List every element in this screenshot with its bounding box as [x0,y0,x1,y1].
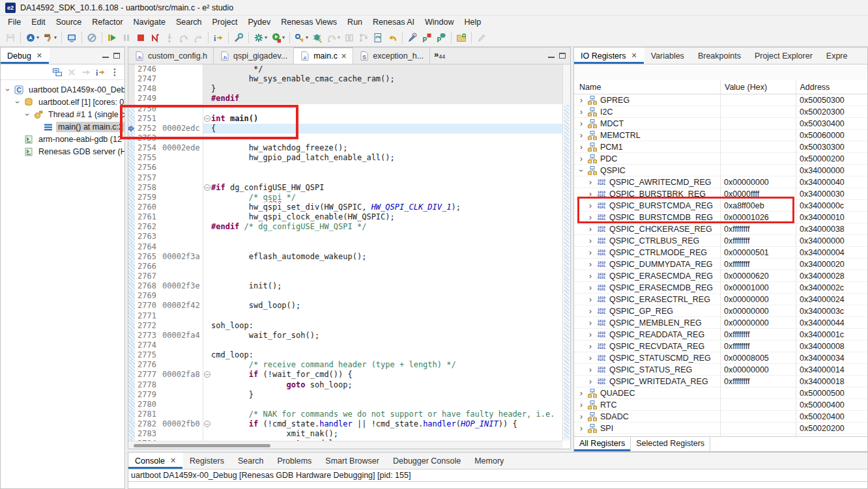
fold-column[interactable]: – [203,370,211,380]
fold-column[interactable] [203,203,211,212]
menu-refactor[interactable]: Refactor [87,16,128,28]
python-breakpoint-button[interactable]: P [420,31,433,44]
register-row[interactable]: ›RTC0x50000400 [574,399,867,411]
line-number[interactable]: 2761 [135,212,162,222]
maximize-icon[interactable] [113,53,120,59]
debug-tree-item[interactable]: main() at main.c:2 [1,120,124,133]
code-line[interactable]: 276800002f3e init(); [128,281,562,291]
line-number[interactable]: 2757 [135,173,162,183]
fold-column[interactable] [203,74,211,84]
tab-problems[interactable]: Problems [271,453,319,469]
fold-column[interactable] [203,94,211,104]
tab-all-registers[interactable]: All Registers [574,437,631,451]
line-number[interactable]: 2756 [135,163,162,173]
ruler-annotation-column[interactable] [128,163,135,173]
ruler-annotation-column[interactable] [128,222,135,232]
tab-breakpoints[interactable]: Breakpoints [691,48,748,64]
expander-icon[interactable]: › [3,87,12,93]
fold-column[interactable] [203,281,211,291]
menu-window[interactable]: Window [420,16,459,28]
register-row[interactable]: ›QUADEC0x50000500 [574,387,867,399]
line-number[interactable]: 2764 [135,242,162,252]
editor-overflow-button[interactable]: » 44 [430,48,449,64]
expander-icon[interactable]: › [578,154,585,163]
line-number[interactable]: 2758 [135,183,162,193]
fold-column[interactable] [203,84,211,94]
menu-renesas-views[interactable]: Renesas Views [276,16,342,28]
ruler-annotation-column[interactable] [128,212,135,222]
ruler-annotation-column[interactable] [128,74,135,84]
register-row[interactable]: ›PCM10x50030300 [574,141,867,153]
tab-smart-browser[interactable]: Smart Browser [319,453,386,469]
code-line[interactable]: 278200002fb0– if (!cmd_state.handler || … [128,419,562,429]
fold-collapse-icon[interactable]: – [204,421,210,427]
fold-column[interactable] [203,212,211,222]
fold-column[interactable] [203,360,211,370]
ruler-annotation-column[interactable] [128,64,135,74]
register-row[interactable]: ›MDCT0x50030400 [574,118,867,130]
ruler-annotation-column[interactable] [128,242,135,252]
expander-icon[interactable]: › [587,330,594,339]
fold-column[interactable] [203,153,211,163]
register-row[interactable]: ›10100101QSPIC_MEMBLEN_REG0x000000000x34… [574,317,867,329]
ruler-annotation-column[interactable] [128,94,135,104]
tab-variables[interactable]: Variables [644,48,691,64]
fold-column[interactable] [203,410,211,419]
open-console-button[interactable] [65,31,78,44]
fold-column[interactable] [203,400,211,410]
expander-icon[interactable]: › [578,400,585,410]
clean-tool-button[interactable] [232,31,245,44]
dropdown-arrow-icon[interactable]: ▾ [265,35,267,40]
debug-config-button[interactable]: ▾ [252,31,268,44]
register-row[interactable]: ›10100101QSPIC_AWRITECMD_REG0x000000000x… [574,176,867,188]
code-line[interactable]: 2764 [128,242,562,252]
menu-edit[interactable]: Edit [26,16,51,28]
horizontal-scrollbar[interactable] [128,441,562,449]
debug-tree-item[interactable]: ›Thread #1 1 (single co [1,108,124,120]
line-number[interactable]: 2762 [135,222,162,232]
code-line[interactable]: 2779 } [128,390,562,400]
line-number[interactable]: 2782 [135,419,162,429]
expander-icon[interactable]: › [578,119,585,128]
fold-column[interactable] [203,232,211,242]
code-line[interactable]: 2772soh_loop: [128,321,562,331]
fold-column[interactable] [203,311,211,321]
tab-expre[interactable]: Expre [820,48,855,64]
fold-column[interactable] [203,242,211,252]
revert-button[interactable] [386,31,399,44]
tab-io-registers[interactable]: IO Registers✕ [574,48,644,64]
register-row[interactable]: ›SDADC0x50020400 [574,411,867,423]
code-line[interactable]: 275400002ede hw_watchdog_freeze(); [128,143,562,153]
menu-run[interactable]: Run [342,16,368,28]
close-icon[interactable]: ✕ [170,456,176,465]
line-number[interactable]: 2765 [135,252,162,262]
menu-search[interactable]: Search [171,16,207,28]
code-line[interactable]: 2767 [128,272,562,281]
expander-icon[interactable]: › [578,107,585,117]
editor-tab-main-c[interactable]: .cmain.c✕ [294,48,353,64]
ruler-annotation-column[interactable] [128,341,135,350]
expander-icon[interactable]: › [587,307,594,316]
code-line[interactable]: 2747 hw_sys_enable_cmac_cache_ram(); [128,74,562,84]
register-row[interactable]: ›10100101QSPIC_GP_REG0x000000000x3400003… [574,305,867,317]
register-row[interactable]: ›10100101QSPIC_CTRLMODE_REG0x000005010x3… [574,247,867,258]
code-line[interactable]: 2746 */ [128,64,562,74]
ruler-annotation-column[interactable] [128,153,135,163]
fold-column[interactable] [203,331,211,341]
fold-column[interactable] [203,380,211,390]
terminate-button[interactable] [134,31,147,44]
code-line[interactable]: 2763 [128,232,562,242]
debug-tree-item[interactable]: Renesas GDB server (Hos [1,145,124,158]
tab-search[interactable]: Search [231,453,271,469]
editor-tab-qspi-gigadev-[interactable]: .hqspi_gigadev... [214,48,294,64]
ruler-annotation-column[interactable] [128,173,135,183]
line-number[interactable]: 2777 [135,370,162,380]
ruler-annotation-column[interactable] [128,232,135,242]
register-row[interactable]: ›10100101QSPIC_READDATA_REG0xffffffff0x3… [574,329,867,341]
ruler-annotation-column[interactable] [128,84,135,94]
menu-source[interactable]: Source [51,16,87,28]
line-number[interactable]: 2747 [135,74,162,84]
register-row[interactable]: ›10100101QSPIC_ERASECMDB_REG0x000010000x… [574,282,867,294]
fold-column[interactable] [203,252,211,262]
line-number[interactable]: 2754 [135,143,162,153]
